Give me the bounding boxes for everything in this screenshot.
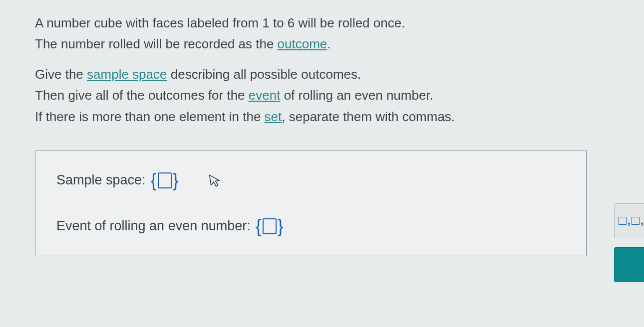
action-button[interactable]: [614, 247, 644, 282]
event-row: Event of rolling an even number: { }: [56, 216, 565, 237]
event-label: Event of rolling an even number:: [56, 218, 251, 234]
box-icon: [632, 217, 640, 225]
box-icon: [619, 217, 627, 225]
toolbar: ,,: [614, 203, 644, 282]
link-sample-space[interactable]: sample space: [87, 67, 167, 82]
problem-line-1: A number cube with faces labeled from 1 …: [35, 14, 644, 32]
cursor-icon: [209, 173, 223, 193]
link-set[interactable]: set: [265, 109, 282, 124]
spacer: [35, 56, 644, 65]
right-brace-icon: }: [173, 170, 179, 191]
problem-line-3: Give the sample space describing all pos…: [35, 65, 644, 83]
left-brace-icon: {: [151, 170, 157, 191]
text: , separate them with commas.: [282, 109, 455, 124]
sample-space-label: Sample space:: [56, 172, 146, 188]
text: A number cube with faces labeled from 1 …: [35, 15, 405, 30]
comma-list-button[interactable]: ,,: [614, 203, 644, 238]
text: The number rolled will be recorded as th…: [35, 36, 278, 51]
link-outcome[interactable]: outcome: [278, 36, 327, 51]
sample-space-input[interactable]: [158, 172, 172, 188]
sample-space-input-group: { }: [151, 170, 179, 191]
left-brace-icon: {: [256, 216, 262, 237]
text: of rolling an even number.: [280, 88, 433, 103]
event-input-group: { }: [256, 216, 284, 237]
problem-text: A number cube with faces labeled from 1 …: [35, 14, 644, 126]
answer-box: Sample space: { } Event of rolling an ev…: [35, 151, 587, 256]
text: Give the: [35, 67, 87, 82]
text: describing all possible outcomes.: [167, 67, 361, 82]
sample-space-row: Sample space: { }: [56, 170, 565, 191]
comma-icon: ,: [628, 214, 631, 227]
event-input[interactable]: [263, 218, 277, 234]
right-brace-icon: }: [278, 216, 284, 237]
comma-icon: ,: [641, 214, 644, 227]
link-event[interactable]: event: [249, 88, 281, 103]
problem-line-2: The number rolled will be recorded as th…: [35, 35, 644, 53]
problem-line-5: If there is more than one element in the…: [35, 108, 644, 126]
text: .: [327, 36, 330, 51]
text: Then give all of the outcomes for the: [35, 88, 249, 103]
problem-line-4: Then give all of the outcomes for the ev…: [35, 86, 644, 104]
text: If there is more than one element in the: [35, 109, 265, 124]
